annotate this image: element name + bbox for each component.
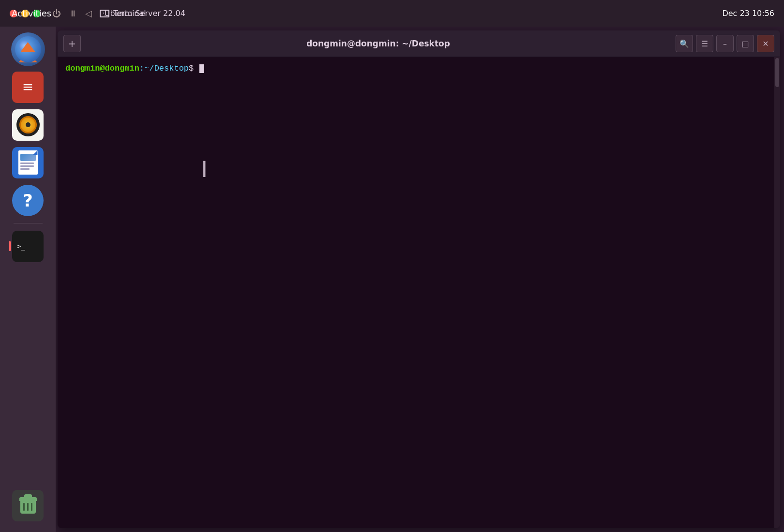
sidebar-item-writer[interactable]	[11, 146, 45, 179]
sidebar-item-trash[interactable]	[11, 488, 45, 522]
active-indicator	[9, 241, 11, 251]
pause-icon[interactable]: ⏸	[69, 8, 77, 18]
terminal-nav-icon: ›_	[100, 10, 109, 17]
search-icon: 🔍	[679, 39, 689, 48]
minimize-icon: –	[723, 39, 727, 48]
terminal-titlebar: + dongmin@dongmin: ~/Desktop 🔍 ☰ – □ ✕	[58, 30, 780, 57]
terminal-content[interactable]: dongmin@dongmin :~/Desktop $ ┃	[58, 57, 780, 528]
terminal-scrollbar-thumb[interactable]	[775, 58, 779, 87]
new-tab-button[interactable]: +	[63, 35, 81, 52]
trash-line-1	[23, 503, 25, 511]
prompt-user: dongmin@dongmin	[65, 64, 139, 73]
terminal-minimize-button[interactable]: –	[716, 35, 734, 52]
writer-doc	[18, 150, 38, 175]
trash-icon	[12, 490, 44, 521]
close-icon: ✕	[762, 39, 769, 48]
terminal-icon: >_	[12, 231, 44, 262]
terminal-maximize-button[interactable]: □	[737, 35, 754, 52]
new-tab-icon: +	[68, 38, 76, 49]
back-icon[interactable]: ◁	[85, 8, 92, 18]
power-icon[interactable]: ⏻	[52, 8, 61, 18]
terminal-nav-button[interactable]: ›_ Terminal	[100, 8, 146, 18]
prompt-path: :~/Desktop	[139, 64, 189, 73]
sidebar: ? >_	[0, 27, 56, 532]
sidebar-item-thunderbird[interactable]	[11, 32, 45, 66]
terminal-close-button[interactable]: ✕	[757, 35, 774, 52]
terminal-titlebar-left: +	[63, 35, 81, 52]
terminal-nav-label: Terminal	[113, 9, 146, 18]
writer-line-3	[20, 168, 30, 170]
terminal-icon-text: >_	[17, 242, 25, 251]
ibeam-cursor: ┃	[200, 163, 209, 177]
maximize-icon: □	[741, 39, 749, 48]
terminal-prompt-line: dongmin@dongmin :~/Desktop $	[65, 64, 772, 73]
trash-lid	[19, 497, 37, 501]
trash-line-2	[27, 503, 29, 511]
trash-line-3	[31, 503, 32, 511]
sidebar-item-files[interactable]	[11, 70, 45, 104]
trash-body	[20, 501, 36, 514]
writer-img	[20, 154, 36, 161]
thunderbird-icon	[11, 32, 45, 66]
writer-icon	[12, 147, 44, 178]
terminal-menu-button[interactable]: ☰	[696, 35, 713, 52]
rhythmbox-icon	[12, 109, 44, 141]
terminal-search-button[interactable]: 🔍	[676, 35, 693, 52]
terminal-cursor	[199, 64, 204, 73]
topbar-nav: Activities ›_ Terminal	[0, 8, 784, 18]
terminal-titlebar-right: 🔍 ☰ – □ ✕	[676, 35, 774, 52]
sidebar-divider	[14, 223, 43, 223]
sidebar-item-help[interactable]: ?	[11, 183, 45, 217]
writer-line-1	[20, 163, 34, 164]
terminal-scrollbar[interactable]	[774, 57, 780, 528]
sidebar-item-terminal[interactable]: >_	[11, 229, 45, 263]
files-icon	[12, 72, 44, 103]
sidebar-item-rhythmbox[interactable]	[11, 108, 45, 142]
main-area: ? >_	[0, 27, 784, 532]
prompt-dollar: $	[189, 64, 198, 73]
trash-inner	[19, 497, 37, 514]
rhythmbox-inner	[16, 113, 40, 136]
help-icon: ?	[12, 185, 44, 216]
hamburger-icon: ☰	[701, 39, 708, 48]
terminal-window: + dongmin@dongmin: ~/Desktop 🔍 ☰ – □ ✕	[58, 30, 780, 528]
activities-button[interactable]: Activities	[12, 8, 51, 18]
system-topbar: ⏻ ⏸ ◁ Ubuntu Server 22.04 Activities ›_ …	[0, 0, 784, 27]
terminal-title: dongmin@dongmin: ~/Desktop	[81, 39, 676, 48]
system-clock: Dec 23 10:56	[722, 9, 774, 18]
writer-line-2	[20, 165, 34, 167]
